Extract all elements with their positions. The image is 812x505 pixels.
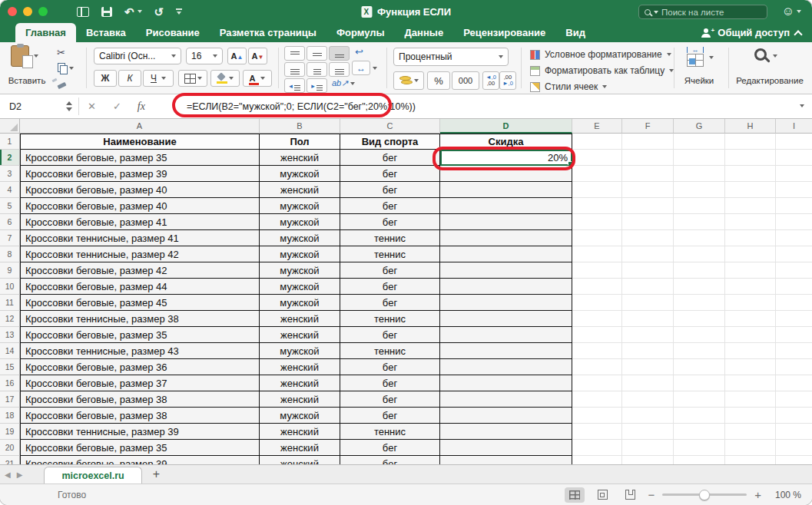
data-cell[interactable]: Кроссовки теннисные, размер 41 — [20, 230, 260, 246]
data-cell[interactable]: женский — [260, 440, 340, 456]
empty-cell[interactable] — [572, 456, 622, 464]
increase-decimal-button[interactable]: ◄,0,00 — [482, 71, 499, 90]
empty-cell[interactable] — [725, 424, 776, 440]
column-header-G[interactable]: G — [674, 119, 725, 134]
data-cell[interactable]: бег — [340, 440, 440, 456]
search-input[interactable]: Поиск на листе — [638, 5, 767, 19]
empty-cell[interactable] — [622, 311, 674, 327]
data-cell[interactable]: мужской — [260, 246, 340, 262]
empty-cell[interactable] — [725, 279, 776, 295]
data-cell[interactable]: Кроссовки беговые, размер 37 — [20, 375, 260, 391]
data-cell[interactable]: бег — [340, 182, 440, 198]
wrap-text-button[interactable]: ↩ — [355, 46, 363, 58]
fill-color-button[interactable] — [210, 70, 240, 87]
empty-cell[interactable] — [776, 391, 812, 408]
empty-cell[interactable] — [725, 311, 776, 327]
underline-button[interactable]: Ч — [143, 70, 174, 87]
sheet-tab-active[interactable]: microexcel.ru — [44, 467, 141, 484]
empty-cell[interactable] — [674, 262, 725, 279]
data-cell[interactable]: Кроссовки теннисные, размер 42 — [20, 246, 260, 262]
empty-cell[interactable] — [674, 359, 725, 375]
data-cell[interactable]: теннис — [340, 246, 440, 262]
tab-Рисование[interactable]: Рисование — [136, 23, 210, 42]
cells-button[interactable]: ↔ — [685, 48, 714, 67]
data-cell[interactable]: женский — [260, 327, 340, 343]
merge-center-button[interactable]: ↔ — [352, 61, 377, 75]
tab-Рецензирование[interactable]: Рецензирование — [453, 23, 555, 42]
cancel-icon[interactable]: ✕ — [79, 101, 104, 112]
row-header-16[interactable]: 16 — [0, 375, 20, 391]
column-header-A[interactable]: A — [20, 119, 260, 134]
normal-view-button[interactable] — [565, 487, 585, 503]
orientation-button[interactable]: ab↗ — [332, 78, 355, 88]
empty-cell[interactable] — [622, 134, 674, 150]
zoom-in-button[interactable]: + — [754, 489, 761, 500]
empty-cell[interactable] — [776, 440, 812, 456]
align-right-button[interactable] — [329, 62, 350, 77]
empty-cell[interactable] — [725, 408, 776, 424]
collapse-ribbon-icon[interactable] — [794, 30, 802, 38]
empty-cell[interactable] — [725, 456, 776, 464]
data-cell[interactable]: мужской — [260, 408, 340, 424]
data-cell[interactable] — [440, 182, 572, 198]
data-cell[interactable]: бег — [340, 295, 440, 311]
row-header-13[interactable]: 13 — [0, 327, 20, 343]
data-cell[interactable]: теннис — [340, 311, 440, 327]
empty-cell[interactable] — [572, 295, 622, 311]
empty-cell[interactable] — [725, 375, 776, 391]
currency-format-button[interactable] — [393, 71, 424, 90]
number-format-combo[interactable]: Процентный — [393, 48, 509, 66]
align-center-button[interactable] — [307, 62, 327, 77]
minimize-window-button[interactable] — [23, 7, 32, 16]
row-header-10[interactable]: 10 — [0, 279, 20, 295]
empty-cell[interactable] — [776, 198, 812, 214]
row-header-4[interactable]: 4 — [0, 182, 20, 198]
empty-cell[interactable] — [725, 214, 776, 230]
insert-function-icon[interactable]: fx — [130, 101, 153, 113]
align-middle-button[interactable] — [307, 46, 327, 61]
empty-cell[interactable] — [572, 391, 622, 408]
paste-button[interactable] — [11, 45, 38, 67]
empty-cell[interactable] — [776, 279, 812, 295]
data-cell[interactable]: бег — [340, 198, 440, 214]
empty-cell[interactable] — [622, 408, 674, 424]
data-cell[interactable]: бег — [340, 214, 440, 230]
data-cell[interactable] — [440, 375, 572, 391]
data-cell[interactable]: Кроссовки беговые, размер 35 — [20, 150, 260, 166]
empty-cell[interactable] — [674, 343, 725, 359]
empty-cell[interactable] — [674, 311, 725, 327]
empty-cell[interactable] — [776, 262, 812, 279]
empty-cell[interactable] — [622, 327, 674, 343]
data-cell[interactable]: Кроссовки беговые, размер 41 — [20, 214, 260, 230]
tab-Вид[interactable]: Вид — [555, 23, 595, 42]
data-cell[interactable] — [440, 279, 572, 295]
data-cell[interactable]: женский — [260, 150, 340, 166]
data-cell[interactable] — [440, 408, 572, 424]
data-cell[interactable]: бег — [340, 408, 440, 424]
empty-cell[interactable] — [572, 375, 622, 391]
data-cell[interactable]: бег — [340, 279, 440, 295]
data-cell[interactable] — [440, 440, 572, 456]
empty-cell[interactable] — [622, 456, 674, 464]
empty-cell[interactable] — [725, 262, 776, 279]
empty-cell[interactable] — [674, 440, 725, 456]
feedback-button[interactable]: ☺ — [782, 0, 801, 23]
empty-cell[interactable] — [725, 246, 776, 262]
data-cell[interactable]: Кроссовки беговые, размер 45 — [20, 295, 260, 311]
zoom-window-button[interactable] — [38, 7, 48, 16]
data-cell[interactable]: теннис — [340, 424, 440, 440]
cut-button[interactable]: ✂ — [57, 47, 65, 58]
empty-cell[interactable] — [572, 166, 622, 182]
header-cell[interactable]: Скидка — [440, 134, 572, 150]
row-header-17[interactable]: 17 — [0, 391, 20, 408]
empty-cell[interactable] — [674, 375, 725, 391]
data-cell[interactable]: бег — [340, 375, 440, 391]
data-cell[interactable]: Кроссовки теннисные, размер 39 — [20, 424, 260, 440]
data-cell[interactable]: теннис — [340, 230, 440, 246]
align-left-button[interactable] — [284, 62, 305, 77]
header-cell[interactable]: Пол — [260, 134, 340, 150]
column-header-E[interactable]: E — [572, 119, 622, 134]
row-header-8[interactable]: 8 — [0, 246, 20, 262]
page-break-view-button[interactable] — [620, 487, 640, 503]
zoom-out-button[interactable]: − — [648, 489, 655, 500]
